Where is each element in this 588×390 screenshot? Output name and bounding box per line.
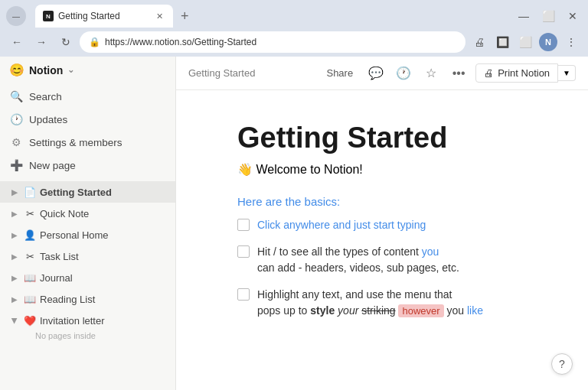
profile-avatar: N	[539, 33, 557, 51]
checklist-item-1: Click anywhere and just start typing	[237, 217, 527, 233]
minimize-window-button[interactable]: —	[514, 10, 533, 22]
new-page-icon: ➕	[9, 159, 23, 171]
tab-title: Getting Started	[58, 11, 120, 21]
maximize-window-button[interactable]: ⬜	[539, 10, 557, 22]
sidebar-new-page-label: New page	[29, 160, 76, 171]
checklist-text-3: Highlight any text, and use the menu tha…	[257, 287, 483, 319]
sidebar: 😊 Notion ⌄ 🔍 Search 🕐 Updates ⚙ Settings…	[0, 57, 176, 390]
page-title: Getting Started	[237, 121, 527, 156]
page-subtitle: 👋 Welcome to Notion!	[237, 162, 527, 177]
your-text: your	[338, 304, 358, 317]
browser-toolbar: ← → ↻ 🔒 https://www.notion.so/Getting-St…	[0, 28, 588, 57]
sidebar-toggle-icon[interactable]: ⬜	[514, 31, 536, 53]
app-body: 😊 Notion ⌄ 🔍 Search 🕐 Updates ⚙ Settings…	[0, 57, 588, 390]
page-label-getting-started: Getting Started	[40, 187, 112, 198]
page-icon-personal-home: 👤	[23, 229, 37, 241]
page-breadcrumb: Getting Started	[188, 67, 255, 79]
expand-arrow-journal[interactable]: ▶	[9, 274, 20, 282]
print-dropdown-button[interactable]: ▼	[558, 65, 576, 81]
sidebar-item-updates[interactable]: 🕐 Updates	[0, 108, 175, 131]
page-icon-reading-list: 📖	[23, 294, 37, 305]
sidebar-page-reading-list[interactable]: ▶ 📖 Reading List	[0, 288, 175, 310]
sidebar-page-personal-home[interactable]: ▶ 👤 Personal Home	[0, 224, 175, 245]
striking-text: striking	[361, 304, 395, 317]
checklist-item-2: Hit / to see all the types of content yo…	[237, 244, 527, 276]
sidebar-page-journal[interactable]: ▶ 📖 Journal	[0, 267, 175, 288]
sidebar-search-label: Search	[29, 91, 62, 102]
sidebar-scroll: 🔍 Search 🕐 Updates ⚙ Settings & members …	[0, 83, 175, 390]
help-button[interactable]: ?	[551, 353, 573, 375]
sidebar-page-getting-started[interactable]: ▶ 📄 Getting Started	[0, 181, 175, 203]
updates-icon: 🕐	[9, 113, 23, 125]
sidebar-settings-label: Settings & members	[29, 137, 122, 148]
sidebar-page-quick-note[interactable]: ▶ ✂ Quick Note	[0, 203, 175, 224]
forward-button[interactable]: →	[31, 31, 52, 53]
page-label-task-list: Task List	[40, 251, 79, 262]
history-icon[interactable]: 🕐	[393, 63, 414, 84]
print-notion-button[interactable]: 🖨 Print Notion	[475, 63, 558, 83]
sidebar-nav: 🔍 Search 🕐 Updates ⚙ Settings & members …	[0, 83, 175, 178]
comment-icon[interactable]: 💬	[365, 63, 387, 84]
page-topbar: Getting Started Share 💬 🕐 ☆ ••• 🖨 Print …	[176, 57, 588, 90]
workspace-emoji: 😊	[9, 63, 24, 77]
checklist-text-1: Click anywhere and just start typing	[257, 217, 426, 233]
page-icon-getting-started: 📄	[23, 187, 37, 198]
sidebar-item-new-page[interactable]: ➕ New page	[0, 154, 175, 177]
checklist-item-3: Highlight any text, and use the menu tha…	[237, 287, 527, 319]
extensions-icon[interactable]: 🔲	[492, 31, 513, 53]
sidebar-page-invitation-letter[interactable]: ▶ ❤️ Invitation letter	[0, 310, 175, 331]
window-controls: —	[6, 6, 26, 26]
expand-arrow-task-list[interactable]: ▶	[9, 252, 20, 261]
expand-arrow-personal-home[interactable]: ▶	[9, 231, 20, 239]
workspace-name[interactable]: 😊 Notion ⌄	[9, 63, 74, 77]
page-label-journal: Journal	[40, 272, 73, 284]
sidebar-updates-label: Updates	[29, 114, 67, 125]
style-text: style	[310, 304, 335, 317]
tab-favicon: N	[43, 11, 54, 21]
like-text: like	[467, 304, 483, 317]
print-notion-group: 🖨 Print Notion ▼	[475, 63, 576, 83]
page-area: Getting Started Share 💬 🕐 ☆ ••• 🖨 Print …	[176, 57, 588, 390]
topbar-actions: Share 💬 🕐 ☆ ••• 🖨 Print Notion ▼	[320, 63, 576, 84]
expand-arrow-invitation-letter[interactable]: ▶	[11, 315, 19, 326]
browser-chrome: — N Getting Started ✕ + — ⬜ ✕ ← → ↻ 🔒 ht…	[0, 0, 588, 57]
share-button[interactable]: Share	[320, 64, 359, 82]
tab-bar: N Getting Started ✕ +	[29, 5, 505, 28]
page-label-personal-home: Personal Home	[40, 229, 109, 241]
new-tab-button[interactable]: +	[175, 5, 195, 28]
sidebar-item-search[interactable]: 🔍 Search	[0, 85, 175, 108]
more-actions-icon[interactable]: •••	[448, 63, 469, 84]
section-heading: Here are the basics:	[237, 195, 527, 208]
workspace-label: Notion	[29, 64, 63, 76]
print-icon: 🖨	[484, 67, 494, 79]
page-label-quick-note: Quick Note	[40, 208, 89, 219]
refresh-button[interactable]: ↻	[55, 31, 77, 53]
search-icon: 🔍	[9, 90, 23, 102]
checkbox-1[interactable]	[237, 219, 250, 231]
sidebar-pages: ▶ 📄 Getting Started ▶ ✂ Quick Note ▶ 👤 P…	[0, 181, 175, 342]
print-toolbar-icon[interactable]: 🖨	[469, 31, 490, 53]
page-label-reading-list: Reading List	[40, 294, 95, 305]
active-tab[interactable]: N Getting Started ✕	[35, 5, 173, 28]
sidebar-page-task-list[interactable]: ▶ ✂ Task List	[0, 245, 175, 267]
back-button[interactable]: ←	[6, 31, 28, 53]
checklist-text-2: Hit / to see all the types of content yo…	[257, 244, 459, 276]
checklist-1-text: Click anywhere and just start typing	[257, 219, 426, 231]
profile-button[interactable]: N	[537, 31, 559, 53]
expand-arrow-getting-started[interactable]: ▶	[9, 188, 20, 197]
tab-close-button[interactable]: ✕	[153, 10, 165, 22]
page-icon-quick-note: ✂	[23, 208, 37, 219]
expand-arrow-quick-note[interactable]: ▶	[9, 210, 20, 218]
minimize-button[interactable]: —	[6, 6, 26, 26]
checkbox-3[interactable]	[237, 288, 250, 301]
sidebar-item-settings[interactable]: ⚙ Settings & members	[0, 131, 175, 154]
address-bar[interactable]: 🔒 https://www.notion.so/Getting-Started	[80, 31, 466, 53]
page-content: Getting Started 👋 Welcome to Notion! Her…	[176, 90, 588, 390]
checkbox-2[interactable]	[237, 245, 250, 258]
expand-arrow-reading-list[interactable]: ▶	[9, 295, 20, 304]
workspace-chevron: ⌄	[67, 65, 74, 75]
favorite-icon[interactable]: ☆	[420, 63, 442, 84]
more-options-button[interactable]: ⋮	[560, 31, 582, 53]
close-window-button[interactable]: ✕	[564, 10, 582, 22]
toolbar-icons: 🖨 🔲 ⬜ N ⋮	[469, 31, 582, 53]
